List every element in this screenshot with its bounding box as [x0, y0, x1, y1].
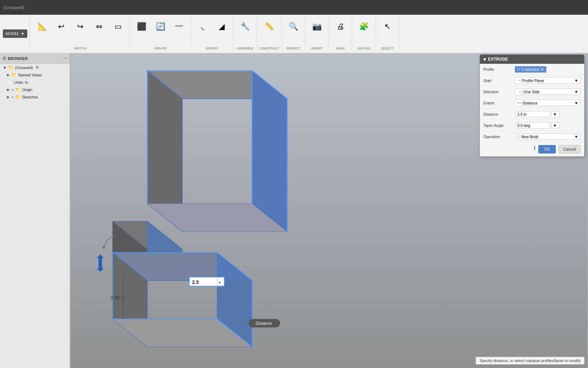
sidebar-collapse-icon[interactable]: ⟨⟨: [3, 56, 6, 61]
profile-clear-button[interactable]: ✕: [540, 67, 544, 72]
construct-button[interactable]: 📏: [260, 17, 278, 37]
toolbar-group-assemble: 🔧 ASSEMBLE: [234, 17, 257, 50]
origin-label: Origin: [22, 88, 32, 92]
sidebar-item-units[interactable]: 📄 Units: In: [0, 79, 70, 86]
sketch-icon: 📐: [38, 22, 47, 31]
sketch-button[interactable]: 📐: [33, 17, 51, 37]
create-extrude-button[interactable]: ⬛: [132, 17, 150, 37]
direction-value-text: One Side: [524, 90, 540, 94]
insert-icon: 📷: [312, 22, 322, 31]
units-label: Units: In: [14, 80, 28, 84]
toolbar: MODEL ▼ 📐 ↩ ↪ ⇔ ▭ SKETCH: [0, 15, 588, 53]
toolbar-group-inspect: 🔍 INSPECT: [282, 17, 305, 50]
rectangle-icon: ▭: [114, 22, 122, 31]
addins-button[interactable]: 🧩: [355, 17, 373, 37]
sidebar-root[interactable]: ▼ 📁 (Unsaved) ↻: [0, 64, 70, 71]
operation-value-container: □ New Body ▼: [515, 134, 581, 140]
ok-button[interactable]: OK: [538, 145, 555, 154]
direction-value-container: →| One Side ▼: [515, 89, 581, 95]
addins-group-label: ADD-INS: [357, 46, 370, 50]
taper-input[interactable]: [515, 122, 550, 129]
direction-icon: →|: [517, 90, 522, 94]
status-text: Specify distance, or select coplanar pro…: [479, 359, 581, 363]
extrude-footer: ℹ OK Cancel: [480, 142, 584, 156]
sketches-folder-icon: 📁: [15, 94, 21, 100]
inspect-icon: 🔍: [289, 22, 298, 31]
create-revolve-button[interactable]: 🔄: [151, 17, 169, 37]
cancel-button[interactable]: Cancel: [559, 145, 581, 154]
modify-group-label: MODIFY: [206, 46, 218, 50]
toolbar-group-create: ⬛ 🔄 〰 CREATE: [130, 17, 191, 50]
taper-dropdown-arrow[interactable]: ▼: [551, 122, 560, 129]
extrude-start-row: Start ⊣ Profile Plane ▼: [480, 75, 584, 86]
rectangle-button[interactable]: ▭: [109, 17, 127, 37]
extrude-profile-row: Profile ▷ 3 selected ✕: [480, 64, 584, 75]
mirror-button[interactable]: ⇔: [90, 17, 108, 37]
make-button[interactable]: 🖨: [331, 17, 350, 37]
profile-badge-text: 3 selected: [522, 67, 539, 71]
svg-marker-24: [252, 71, 287, 232]
construct-icon: 📏: [265, 22, 274, 31]
distance-dropdown-arrow[interactable]: ▼: [551, 111, 560, 117]
taper-label: Taper Angle: [483, 123, 515, 128]
operation-dropdown[interactable]: □ New Body ▼: [515, 134, 581, 140]
extent-dropdown-arrow: ▼: [574, 101, 578, 105]
modify-chamfer-button[interactable]: ◢: [212, 17, 231, 37]
sketches-visibility-icon[interactable]: ●: [11, 95, 14, 100]
refresh-icon[interactable]: ↻: [36, 65, 39, 70]
extent-dropdown[interactable]: ⊷ Distance ▼: [515, 100, 581, 106]
sketch-group-label: SKETCH: [74, 46, 87, 50]
sidebar-options-icon[interactable]: ⋯: [63, 56, 67, 61]
extrude-operation-row: Operation □ New Body ▼: [480, 131, 584, 142]
profile-badge[interactable]: ▷ 3 selected ✕: [515, 66, 546, 73]
sidebar-item-sketches[interactable]: ▶ ● 📁 Sketches: [0, 93, 70, 101]
start-value-icon: ⊣: [517, 78, 521, 83]
insert-button[interactable]: 📷: [308, 17, 326, 37]
named-views-folder-icon: 📁: [11, 72, 17, 77]
distance-input[interactable]: [515, 111, 550, 117]
extrude-title: EXTRUDE: [488, 57, 508, 62]
status-bar: Specify distance, or select coplanar pro…: [476, 357, 584, 364]
make-group-label: MAKE: [336, 46, 345, 50]
extrude-title-icon: ■: [483, 57, 486, 62]
profile-badge-icon: ▷: [517, 67, 520, 71]
undo-button[interactable]: ↩: [52, 17, 70, 37]
create-sweep-button[interactable]: 〰: [170, 17, 188, 37]
toolbar-group-select: ↖ SELECT: [376, 17, 399, 50]
toolbar-group-addins: 🧩 ADD-INS: [353, 17, 376, 50]
assemble-button[interactable]: 🔧: [236, 17, 254, 37]
root-expand-icon: ▼: [3, 66, 7, 70]
inspect-button[interactable]: 🔍: [285, 17, 303, 37]
make-icon: 🖨: [337, 22, 344, 31]
undo-icon: ↩: [58, 22, 64, 31]
named-views-chevron: ▶: [7, 73, 10, 77]
svg-text:2.5: 2.5: [192, 279, 199, 285]
operation-label: Operation: [483, 135, 515, 139]
select-group-label: SELECT: [381, 46, 393, 50]
select-icon: ↖: [384, 22, 391, 31]
assemble-icon: 🔧: [240, 22, 250, 31]
topbar-title: (Unsaved): [4, 5, 24, 10]
mirror-icon: ⇔: [96, 22, 102, 31]
start-dropdown[interactable]: ⊣ Profile Plane ▼: [515, 77, 581, 84]
model-dropdown[interactable]: MODEL ▼: [3, 29, 27, 38]
redo-button[interactable]: ↪: [71, 17, 89, 37]
extent-label: Extent: [483, 101, 515, 105]
origin-chevron: ▶: [7, 88, 10, 91]
browser-label: BROWSER: [8, 56, 28, 61]
sidebar-item-origin[interactable]: ▶ ● 📁 Origin: [0, 86, 70, 93]
direction-dropdown[interactable]: →| One Side ▼: [515, 89, 581, 95]
start-value-text: Profile Plane: [522, 79, 544, 83]
svg-point-25: [102, 246, 105, 249]
operation-dropdown-arrow: ▼: [574, 135, 578, 139]
select-button[interactable]: ↖: [378, 17, 397, 37]
toolbar-group-sketch: 📐 ↩ ↪ ⇔ ▭ SKETCH: [31, 17, 130, 50]
info-icon[interactable]: ℹ: [534, 145, 536, 154]
origin-folder-icon: 📁: [15, 87, 21, 92]
sidebar-item-named-views[interactable]: ▶ 📁 Named Views: [0, 71, 70, 79]
sidebar-header: ⟨⟨ BROWSER ⋯: [0, 53, 70, 64]
named-views-label: Named Views: [18, 73, 42, 77]
modify-fillet-button[interactable]: ◟: [194, 17, 212, 37]
origin-visibility-icon[interactable]: ●: [11, 87, 14, 92]
toolbar-group-insert: 📷 INSERT: [306, 17, 329, 50]
